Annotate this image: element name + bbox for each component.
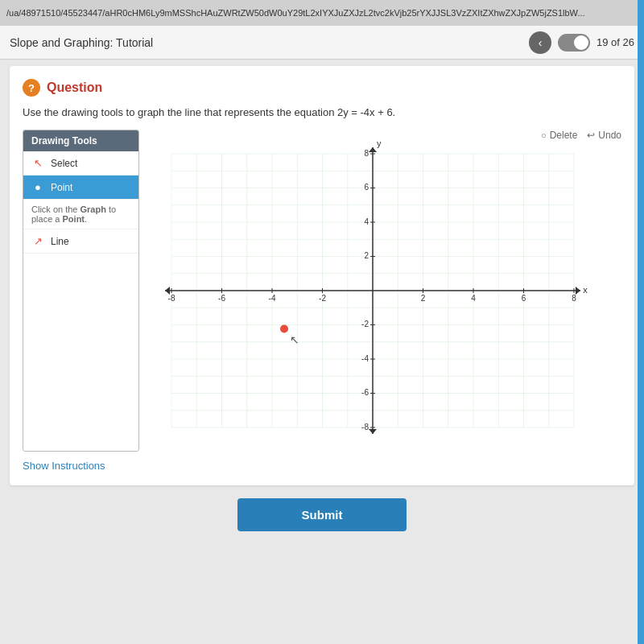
nav-back-button[interactable]: ‹ <box>529 31 551 54</box>
question-text: Use the drawing tools to graph the line … <box>23 106 621 118</box>
point-icon: ● <box>31 181 44 193</box>
line-tool[interactable]: ↗ Line <box>23 229 138 254</box>
interactive-area: Drawing Tools ↖ Select ● Point Click on … <box>23 130 621 452</box>
graph-toolbar: ○ Delete ↩ Undo <box>541 130 621 141</box>
line-label: Line <box>51 236 69 247</box>
undo-icon: ↩ <box>587 130 595 141</box>
header-controls: ‹ 19 of 26 <box>529 31 634 54</box>
delete-button[interactable]: ○ Delete <box>541 130 577 141</box>
header: Slope and Graphing: Tutorial ‹ 19 of 26 <box>0 26 644 60</box>
select-label: Select <box>51 158 77 169</box>
question-icon: ? <box>23 79 40 97</box>
right-edge-bar <box>638 0 644 644</box>
undo-label: Undo <box>598 130 621 141</box>
delete-circle: ○ <box>541 130 547 140</box>
submit-button[interactable]: Submit <box>237 498 407 531</box>
point-label: Point <box>51 182 72 193</box>
line-icon: ↗ <box>31 235 44 247</box>
undo-button[interactable]: ↩ Undo <box>587 130 621 141</box>
question-header: ? Question <box>23 79 621 97</box>
url-bar: /ua/48971510/45523447/aHR0cHM6Ly9mMSShcH… <box>0 0 644 26</box>
graph-container: ○ Delete ↩ Undo <box>147 130 621 452</box>
graph-canvas[interactable] <box>147 130 598 452</box>
content-area: ? Question Use the drawing tools to grap… <box>10 66 634 485</box>
page-count: 19 of 26 <box>597 36 634 48</box>
tool-hint: Click on the Graph to place a Point. <box>23 200 138 229</box>
toggle-button[interactable] <box>558 34 590 52</box>
drawing-tools-header: Drawing Tools <box>23 130 138 151</box>
submit-area: Submit <box>0 498 644 531</box>
question-label: Question <box>47 80 102 95</box>
show-instructions-link[interactable]: Show Instructions <box>23 460 105 472</box>
delete-label: Delete <box>550 130 578 141</box>
drawing-tools-panel: Drawing Tools ↖ Select ● Point Click on … <box>23 130 139 452</box>
point-tool[interactable]: ● Point <box>23 175 138 200</box>
select-icon: ↖ <box>31 157 44 169</box>
page-title: Slope and Graphing: Tutorial <box>10 36 153 49</box>
url-text: /ua/48971510/45523447/aHR0cHM6Ly9mMSShcH… <box>6 8 585 18</box>
select-tool[interactable]: ↖ Select <box>23 151 138 175</box>
